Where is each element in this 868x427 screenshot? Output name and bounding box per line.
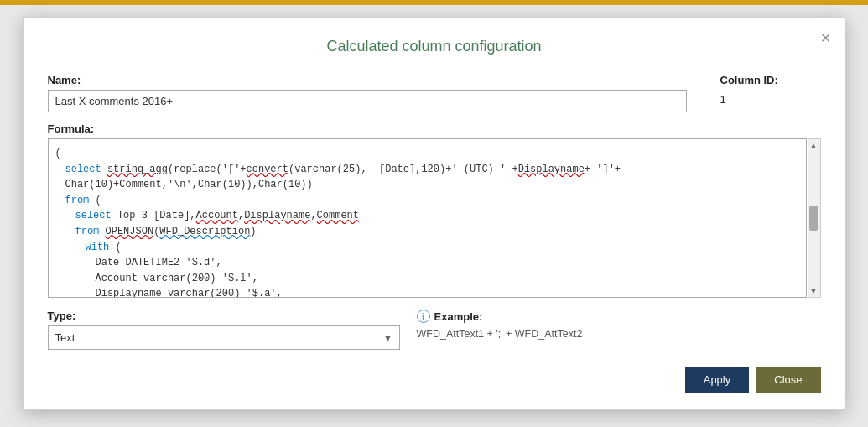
formula-area-wrapper: ( select string_agg(replace('['+convert(… xyxy=(48,138,821,298)
formula-scrollbar[interactable]: ▲ ▼ xyxy=(808,138,821,298)
name-columnid-row: Name: Column ID: 1 xyxy=(48,74,821,112)
column-id-field-group: Column ID: 1 xyxy=(720,74,821,106)
example-label: Example: xyxy=(434,310,483,323)
apply-button[interactable]: Apply xyxy=(685,367,750,393)
name-field-group: Name: xyxy=(48,74,687,112)
type-select-wrapper: Text Number Date Boolean ▼ xyxy=(48,325,400,350)
close-x-button[interactable]: × xyxy=(821,29,831,46)
column-id-value: 1 xyxy=(720,93,821,106)
modal-dialog: Calculated column configuration × Name: … xyxy=(23,17,845,410)
close-button[interactable]: Close xyxy=(756,367,820,393)
scroll-down-arrow[interactable]: ▼ xyxy=(809,286,818,295)
overlay: Calculated column configuration × Name: … xyxy=(0,0,868,427)
formula-textarea[interactable]: ( select string_agg(replace('['+convert(… xyxy=(49,139,806,297)
type-label: Type: xyxy=(48,310,400,322)
example-value: WFD_AttText1 + ';' + WFD_AttText2 xyxy=(417,328,821,340)
name-label: Name: xyxy=(48,74,687,86)
column-id-label: Column ID: xyxy=(720,74,821,86)
modal-title: Calculated column configuration xyxy=(48,38,821,55)
example-group: i Example: WFD_AttText1 + ';' + WFD_AttT… xyxy=(417,310,821,340)
type-select[interactable]: Text Number Date Boolean xyxy=(48,325,400,350)
type-field-group: Type: Text Number Date Boolean ▼ xyxy=(48,310,400,350)
top-progress-bar xyxy=(0,0,868,5)
formula-label: Formula: xyxy=(48,122,821,135)
name-input[interactable] xyxy=(48,90,687,112)
info-icon[interactable]: i xyxy=(417,310,430,323)
type-example-row: Type: Text Number Date Boolean ▼ i Examp… xyxy=(48,310,821,350)
scroll-up-arrow[interactable]: ▲ xyxy=(809,141,818,150)
scroll-thumb[interactable] xyxy=(809,206,818,231)
button-row: Apply Close xyxy=(48,367,821,393)
example-header: i Example: xyxy=(417,310,821,323)
